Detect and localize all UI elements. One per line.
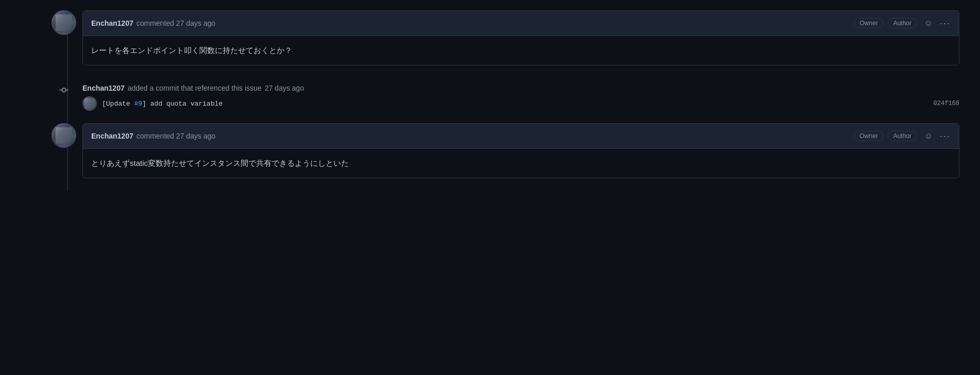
commit-event: Enchan1207 added a commit that reference… (52, 78, 959, 111)
comment-header-1: Enchan1207 commented 27 days ago Owner A… (83, 11, 959, 36)
comment-text-2: とりあえずstatic変数持たせてインスタンス間で共有できるようにしといた (91, 159, 349, 167)
comment-author-1[interactable]: Enchan1207 (91, 19, 133, 27)
comment-author-2[interactable]: Enchan1207 (91, 132, 133, 140)
avatar-1 (52, 10, 76, 35)
commit-message-suffix: ] add quota variable (142, 100, 223, 108)
commit-event-time: 27 days ago (265, 84, 304, 92)
author-badge-2: Author (888, 131, 917, 141)
comment-meta-1: commented 27 days ago (137, 19, 215, 27)
comment-meta-2: commented 27 days ago (137, 132, 215, 140)
commit-issue-ref[interactable]: #9 (134, 100, 142, 108)
commit-message-prefix: [Update (102, 100, 134, 108)
commit-event-content: Enchan1207 added a commit that reference… (82, 78, 959, 111)
avatar-2 (52, 123, 76, 148)
comment-body-1: レートを各エンドポイント叩く関数に持たせておくとか？ (83, 36, 959, 65)
comment-header-left-1: Enchan1207 commented 27 days ago (91, 19, 215, 27)
comment-header-left-2: Enchan1207 commented 27 days ago (91, 132, 215, 140)
emoji-button-2[interactable]: ☺ (921, 129, 936, 143)
commit-icon-wrapper (52, 78, 76, 103)
owner-badge-1: Owner (854, 18, 883, 28)
owner-badge-2: Owner (854, 131, 883, 141)
commit-reference-icon (57, 83, 71, 97)
comment-body-2: とりあえずstatic変数持たせてインスタンス間で共有できるようにしといた (83, 149, 959, 178)
commit-detail-left: [Update #9] add quota variable (82, 96, 223, 111)
comment-box-1: Enchan1207 commented 27 days ago Owner A… (82, 10, 959, 65)
comment-text-1: レートを各エンドポイント叩く関数に持たせておくとか？ (91, 46, 292, 55)
more-button-2[interactable]: ··· (940, 131, 951, 142)
commit-detail: [Update #9] add quota variable 024f168 (82, 96, 959, 111)
commit-avatar-small (82, 96, 97, 111)
comment-header-right-2: Owner Author ☺ ··· (854, 129, 951, 143)
comment-block-2: Enchan1207 commented 27 days ago Owner A… (52, 123, 959, 178)
comment-header-2: Enchan1207 commented 27 days ago Owner A… (83, 124, 959, 149)
emoji-button-1[interactable]: ☺ (921, 16, 936, 30)
commit-message: [Update #9] add quota variable (102, 100, 223, 108)
author-badge-1: Author (888, 18, 917, 28)
comment-block-1: Enchan1207 commented 27 days ago Owner A… (52, 10, 959, 65)
commit-hash[interactable]: 024f168 (934, 100, 959, 107)
commit-event-action: added a commit that referenced this issu… (128, 84, 262, 92)
comment-box-2: Enchan1207 commented 27 days ago Owner A… (82, 123, 959, 178)
commit-event-header: Enchan1207 added a commit that reference… (82, 84, 959, 92)
commit-event-author[interactable]: Enchan1207 (82, 84, 125, 92)
more-button-1[interactable]: ··· (940, 18, 951, 29)
comment-header-right-1: Owner Author ☺ ··· (854, 16, 951, 30)
